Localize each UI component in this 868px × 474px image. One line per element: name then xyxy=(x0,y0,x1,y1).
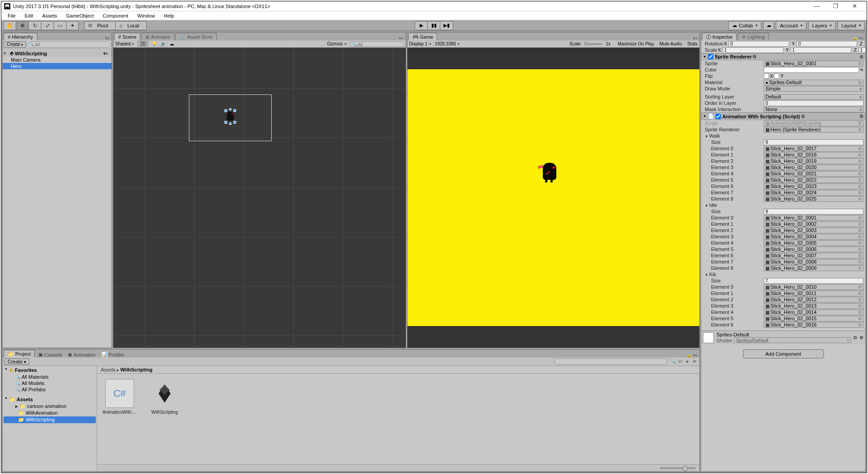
asset-store-tab[interactable]: 🛒 Asset Store xyxy=(175,33,217,40)
walk-element-1-field[interactable]: ▦ Stick_Hero_02_0018⊙ xyxy=(764,152,864,158)
minimize-button[interactable]: — xyxy=(807,1,826,11)
transform-tool-button[interactable]: ✦ xyxy=(66,21,79,30)
menu-assets[interactable]: Assets xyxy=(38,12,62,19)
scale-y-input[interactable] xyxy=(791,47,851,53)
script-component-header[interactable]: ▼📄 Animation With Scripting (Script) ⧉ ⚙ xyxy=(701,112,865,120)
kik-size-input[interactable] xyxy=(764,278,864,284)
cloud-button[interactable]: ☁ xyxy=(763,21,774,30)
hierarchy-tab[interactable]: ≡ Hierarchy xyxy=(4,33,37,40)
kik-array-foldout[interactable]: Kik xyxy=(709,272,716,277)
hierarchy-item-hero[interactable]: Hero xyxy=(3,63,112,69)
scene-audio-toggle-icon[interactable]: 🔊 xyxy=(161,41,166,46)
idle-size-input[interactable] xyxy=(764,209,864,215)
sprite-renderer-header[interactable]: ▼ Sprite Renderer ⧉ ⚙ xyxy=(701,53,865,60)
walk-element-4-field[interactable]: ▦ Stick_Hero_02_0021⊙ xyxy=(764,171,864,177)
hierarchy-scene-root[interactable]: ⬘ WithScripting ▾≡ xyxy=(3,50,112,57)
collab-dropdown[interactable]: ☁ Collab xyxy=(728,21,761,30)
rect-tool-button[interactable]: ▭ xyxy=(54,21,66,30)
scene-viewport[interactable] xyxy=(113,48,406,348)
walk-element-7-field[interactable]: ▦ Stick_Hero_02_0024⊙ xyxy=(764,190,864,196)
walk-element-6-field[interactable]: ▦ Stick_Hero_02_0023⊙ xyxy=(764,183,864,189)
idle-element-0-field[interactable]: ▦ Stick_Hero_02_0001⊙ xyxy=(764,215,864,221)
console-tab[interactable]: ▣ Console xyxy=(38,352,62,358)
inspector-tab[interactable]: ⓘ Inspector xyxy=(702,33,737,40)
walk-element-5-field[interactable]: ▦ Stick_Hero_02_0022⊙ xyxy=(764,177,864,183)
scene-hero-sprite[interactable] xyxy=(226,111,235,122)
scale-x-input[interactable] xyxy=(723,47,783,53)
pivot-toggle[interactable]: ⊙ Pivot xyxy=(85,22,116,30)
folder-with-animation[interactable]: 📁WithAnimation xyxy=(4,410,96,416)
gear-icon[interactable]: ⚙ xyxy=(859,114,864,119)
game-maximize-toggle[interactable]: Maximize On Play xyxy=(618,41,654,46)
hand-tool-button[interactable]: ✋ xyxy=(3,21,16,30)
game-stats-toggle[interactable]: Stats xyxy=(687,41,698,46)
step-button[interactable]: ▶▮ xyxy=(440,22,453,30)
game-mute-toggle[interactable]: Mute Audio xyxy=(659,41,682,46)
sortinglayer-dropdown[interactable]: Default xyxy=(764,94,864,100)
profiler-tab[interactable]: 📊 Profiler xyxy=(101,352,125,358)
menu-help[interactable]: Help xyxy=(159,12,179,19)
move-tool-button[interactable]: ✥ xyxy=(16,21,28,30)
project-search-input[interactable] xyxy=(555,358,667,365)
kik-element-0-field[interactable]: ▦ Stick_Hero_02_0010⊙ xyxy=(764,284,864,290)
kik-element-3-field[interactable]: ▦ Stick_Hero_02_0013⊙ xyxy=(764,303,864,309)
asset-script[interactable]: C# AnimationWithScr... xyxy=(103,379,137,415)
shader-dropdown[interactable]: Sprites/Default xyxy=(734,337,851,343)
idle-element-4-field[interactable]: ▦ Stick_Hero_02_0005⊙ xyxy=(764,240,864,246)
folder-with-scripting[interactable]: 📁WithScripting xyxy=(4,416,96,423)
sprite-field[interactable]: ▦ Stick_Hero_02_0001⊙ xyxy=(764,61,864,67)
rotation-y-input[interactable] xyxy=(796,41,857,47)
scale-z-input[interactable] xyxy=(859,47,865,53)
walk-element-0-field[interactable]: ▦ Stick_Hero_02_0017⊙ xyxy=(764,146,864,152)
game-scale-slider[interactable] xyxy=(584,43,602,45)
material-footer[interactable]: Sprites-Default Shader Sprites/Default ⧉… xyxy=(701,331,865,344)
help-icon[interactable]: ⧉ xyxy=(854,335,857,340)
idle-element-7-field[interactable]: ▦ Stick_Hero_02_0008⊙ xyxy=(764,259,864,265)
fav-all-materials[interactable]: 🔍All Materials xyxy=(4,374,96,380)
scene-2d-toggle[interactable]: 2D xyxy=(138,41,148,47)
animation-tab[interactable]: ◉ Animation xyxy=(68,352,96,358)
menu-edit[interactable]: Edit xyxy=(20,12,38,19)
inspector-lock-icon[interactable]: 🔒 ▾≡ xyxy=(853,36,865,40)
asset-scene[interactable]: WithScripting xyxy=(148,379,182,415)
panel-menu-icon[interactable]: ▾≡ xyxy=(105,36,112,40)
gear-icon[interactable]: ⚙ xyxy=(859,54,864,59)
game-panel-menu-icon[interactable]: ▾≡ xyxy=(693,36,699,40)
search-by-type-icon[interactable]: 🔍 xyxy=(670,358,676,365)
layout-dropdown[interactable]: Layout xyxy=(837,21,865,30)
assets-root[interactable]: Assets xyxy=(17,397,33,402)
order-input[interactable] xyxy=(764,100,864,106)
game-display-dropdown[interactable]: Display 1 xyxy=(409,41,431,46)
play-button[interactable]: ▶ xyxy=(415,22,428,30)
hierarchy-item-main-camera[interactable]: Main Camera xyxy=(3,57,112,63)
walk-element-2-field[interactable]: ▦ Stick_Hero_02_0019⊙ xyxy=(764,158,864,164)
idle-element-6-field[interactable]: ▦ Stick_Hero_02_0007⊙ xyxy=(764,253,864,259)
idle-element-5-field[interactable]: ▦ Stick_Hero_02_0006⊙ xyxy=(764,246,864,252)
color-field[interactable] xyxy=(764,67,859,73)
mask-dropdown[interactable]: None xyxy=(764,107,864,112)
close-button[interactable]: ✕ xyxy=(845,1,864,11)
walk-array-foldout[interactable]: Walk xyxy=(709,133,720,139)
walk-element-8-field[interactable]: ▦ Stick_Hero_02_0025⊙ xyxy=(764,196,864,202)
eyedropper-icon[interactable]: ✎ xyxy=(860,67,864,72)
fav-all-prefabs[interactable]: 🔍All Prefabs xyxy=(4,386,96,393)
fav-all-models[interactable]: 🔍All Models xyxy=(4,380,96,386)
lighting-tab[interactable]: ☀ Lighting xyxy=(738,33,769,40)
project-create-dropdown[interactable]: Create ▾ xyxy=(4,358,29,365)
walk-size-input[interactable] xyxy=(764,139,864,145)
scene-shading-dropdown[interactable]: Shaded xyxy=(115,41,134,46)
scene-fx-toggle-icon[interactable]: ☁ xyxy=(170,41,174,46)
save-search-icon[interactable]: ★ xyxy=(684,358,690,365)
hidden-packages-icon[interactable]: 👁 xyxy=(691,358,698,365)
gear-icon[interactable]: ⚙ xyxy=(859,335,864,340)
help-icon[interactable]: ⧉ xyxy=(753,54,756,59)
account-dropdown[interactable]: Account xyxy=(776,21,806,30)
spriterenderer-ref-field[interactable]: ▦ Hero (Sprite Renderer)⊙ xyxy=(764,127,864,133)
kik-element-1-field[interactable]: ▦ Stick_Hero_02_0011⊙ xyxy=(764,291,864,296)
idle-element-8-field[interactable]: ▦ Stick_Hero_02_0009⊙ xyxy=(764,265,864,271)
maximize-button[interactable]: ❐ xyxy=(826,1,845,11)
game-resolution-dropdown[interactable]: 1920:1080 xyxy=(435,41,460,46)
script-enable-checkbox[interactable] xyxy=(716,114,721,119)
scene-panel-menu-icon[interactable]: ▾≡ xyxy=(399,36,405,40)
search-by-label-icon[interactable]: 🏷 xyxy=(677,358,683,365)
